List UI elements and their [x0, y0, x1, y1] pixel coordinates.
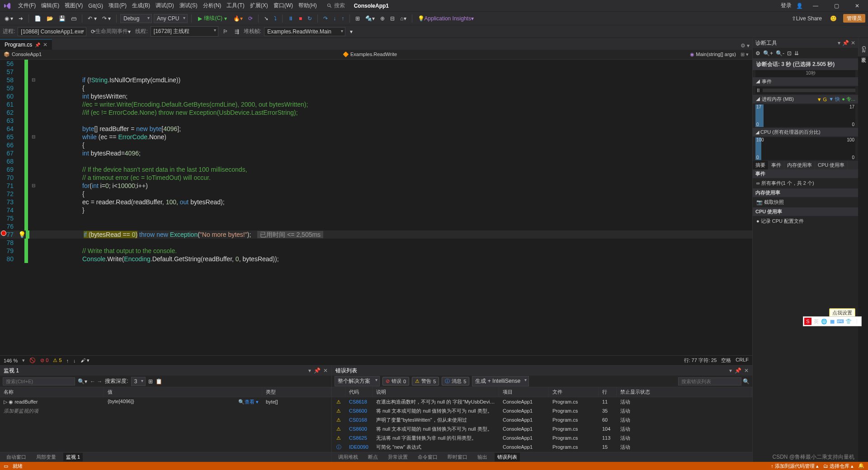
lifecycle-icon[interactable]: ⟳ 生命周期事件 ▾	[89, 27, 132, 36]
appinsights-icon[interactable]: 💡 Application Insights ▾	[416, 14, 476, 23]
build-dropdown[interactable]: 生成 + IntelliSense	[472, 376, 529, 386]
threads-icon[interactable]: ⇶	[233, 28, 241, 36]
diag-zoom-out-icon[interactable]: 🔍-	[776, 50, 784, 56]
warnings-filter[interactable]: ⚠警告 5	[412, 377, 439, 385]
add-source-control[interactable]: ↑ 添加到源代码管理 ▴	[771, 463, 819, 470]
minimize-button[interactable]: —	[807, 0, 824, 12]
hot-reload-icon[interactable]: 🔥▾	[231, 14, 245, 23]
bottom-tab[interactable]: 异常设置	[385, 453, 410, 461]
diag-autoscroll-icon[interactable]: ⇊	[794, 50, 799, 56]
search-icon[interactable]: 🔍▾	[78, 378, 87, 385]
new-file-icon[interactable]: 📄	[33, 14, 43, 23]
nav-fwd-icon[interactable]: ➜	[17, 14, 25, 23]
menu-item[interactable]: 窗口(W)	[271, 0, 296, 12]
maximize-button[interactable]: ▢	[828, 0, 844, 12]
ime-toolbar[interactable]: S英🌐▦⌨👕⋮	[803, 316, 862, 326]
stop-icon[interactable]: ■	[297, 14, 304, 23]
panel-menu-icon[interactable]: ▾	[308, 367, 311, 374]
global-search[interactable]: 搜索	[327, 2, 345, 9]
close-button[interactable]: ✕	[849, 0, 865, 12]
diag-events-link[interactable]: ∞ 所有事件(1 个，共 2 个)	[753, 178, 858, 188]
brush-icon[interactable]: 🖌 ▾	[80, 357, 90, 363]
save-all-icon[interactable]: 🗃	[69, 14, 78, 23]
tb-extra4[interactable]: ⊟	[388, 14, 396, 23]
feedback-icon[interactable]: 🙂	[828, 14, 839, 23]
bottom-tab[interactable]: 局部变量	[33, 453, 59, 461]
pin-icon[interactable]: 📌	[35, 42, 40, 47]
error-row[interactable]: ⚠CS8625无法将 null 字面量转换为非 null 的引用类型。Conso…	[332, 433, 752, 442]
add-watch[interactable]: 添加要监视的项	[0, 407, 104, 415]
bottom-tab[interactable]: 断点	[365, 453, 381, 461]
menu-item[interactable]: Git(G)	[85, 0, 106, 12]
restart-debug-icon[interactable]: ↻	[306, 14, 314, 23]
menu-item[interactable]: 测试(S)	[177, 0, 200, 12]
login-link[interactable]: 登录	[781, 2, 792, 9]
menu-item[interactable]: 分析(N)	[200, 0, 224, 12]
bc-project[interactable]: 📦ConsoleApp1	[4, 52, 245, 57]
diag-settings-icon[interactable]: ⚙	[755, 50, 760, 56]
panel-pin-icon[interactable]: 📌	[314, 367, 321, 374]
errors-filter[interactable]: ⊘错误 0	[382, 377, 409, 385]
tb-extra3[interactable]: ⊕	[378, 14, 387, 23]
bottom-tab[interactable]: 错误列表	[495, 453, 520, 461]
menu-item[interactable]: 生成(B)	[129, 0, 153, 12]
error-row[interactable]: ⚠CS8600将 null 文本或可能的 null 值转换为不可为 null 类…	[332, 424, 752, 433]
tab-tools[interactable]: ⚙ ▾	[738, 42, 752, 50]
notifications-icon[interactable]: 🔔	[858, 463, 864, 470]
diag-snapshot-link[interactable]: 📷 截取快照	[753, 197, 858, 207]
diag-zoom-in-icon[interactable]: 🔍+	[763, 50, 773, 56]
vtab-server-explorer[interactable]: 服务器资源管理器	[858, 38, 868, 43]
config-dropdown[interactable]: Debug	[120, 14, 152, 23]
error-row[interactable]: ⚠CS8618在退出构造函数时，不可为 null 的 字段"MyUsbDevic…	[332, 397, 752, 406]
tb-extra5[interactable]: ⌂▾	[398, 14, 408, 23]
eol-mode[interactable]: CRLF	[736, 357, 749, 364]
show-next-icon[interactable]: ➘	[262, 14, 270, 23]
db-extra[interactable]: ▾	[348, 28, 354, 36]
continue-button[interactable]: ▶ 继续(C) ▾	[195, 14, 230, 23]
watch-tool1[interactable]: ⊞	[148, 378, 153, 385]
open-icon[interactable]: 📂	[45, 14, 55, 23]
pause-icon[interactable]: ⏸	[286, 14, 295, 23]
menu-item[interactable]: 项目(P)	[106, 0, 129, 12]
nav-back-icon[interactable]: ◉ ▾	[3, 14, 15, 23]
select-repo[interactable]: 🗂 选择仓库 ▴	[823, 463, 854, 470]
save-icon[interactable]: 💾	[57, 14, 67, 23]
close-tab-icon[interactable]: ✕	[43, 42, 47, 48]
menu-item[interactable]: 扩展(X)	[247, 0, 271, 12]
flag-icon[interactable]: 🏳	[221, 28, 230, 36]
bottom-tab[interactable]: 命令窗口	[415, 453, 440, 461]
vtab-git-changes[interactable]: Git 更改	[858, 43, 868, 56]
error-row[interactable]: ⓘIDE0090可简化 "new" 表达式ConsoleApp1Program.…	[332, 442, 752, 451]
watch-tool2[interactable]: 📋	[156, 378, 162, 385]
indent-mode[interactable]: 空格	[721, 357, 731, 364]
tb-extra2[interactable]: 🔩▾	[363, 14, 377, 23]
step-over-icon[interactable]: ↷	[321, 14, 330, 23]
code-editor[interactable]: 565758⊟if (!String.IsNullOrEmpty(cmdLine…	[0, 60, 752, 355]
bc-split-icon[interactable]: ⊞ ▾	[741, 52, 749, 57]
step-in-icon[interactable]: ↓	[331, 14, 338, 23]
step-into-icon[interactable]: ⤵	[272, 14, 278, 23]
zoom-level[interactable]: 146 %	[4, 358, 18, 363]
thread-dropdown[interactable]: [16728] 主线程	[151, 26, 218, 37]
diag-reset-icon[interactable]: ⊡	[787, 50, 792, 56]
undo-icon[interactable]: ↶ ▾	[86, 14, 98, 23]
watch-search-input[interactable]	[3, 377, 75, 385]
platform-dropdown[interactable]: Any CPU	[154, 14, 188, 23]
bc-class[interactable]: 🔶 Examples.ReadWrite	[249, 52, 490, 57]
diag-tab[interactable]: CPU 使用率	[815, 161, 848, 169]
step-out-icon[interactable]: ↑	[340, 14, 346, 23]
bc-method[interactable]: ◉ Main(string[] args)	[495, 52, 736, 57]
process-dropdown[interactable]: [10868] ConsoleApp1.exe	[18, 27, 86, 36]
menu-item[interactable]: 帮助(H)	[296, 0, 320, 12]
panel-close-icon[interactable]: ✕	[323, 367, 328, 374]
bottom-tab[interactable]: 自动窗口	[4, 453, 29, 461]
error-row[interactable]: ⚠CS8600将 null 文本或可能的 null 值转换为不可为 null 类…	[332, 406, 752, 415]
errorlist-search-input[interactable]	[678, 377, 741, 385]
err-count[interactable]: ⊘ 0	[40, 357, 48, 363]
tb-extra1[interactable]: ⊞	[354, 14, 362, 23]
restart-icon[interactable]: ⟳	[246, 14, 255, 23]
user-icon[interactable]: 👤	[796, 3, 803, 9]
file-tab[interactable]: Program.cs 📌 ✕	[0, 39, 52, 50]
diag-cpu-record-link[interactable]: ● 记录 CPU 配置文件	[753, 216, 858, 226]
messages-filter[interactable]: ⓘ消息 5	[442, 377, 469, 385]
